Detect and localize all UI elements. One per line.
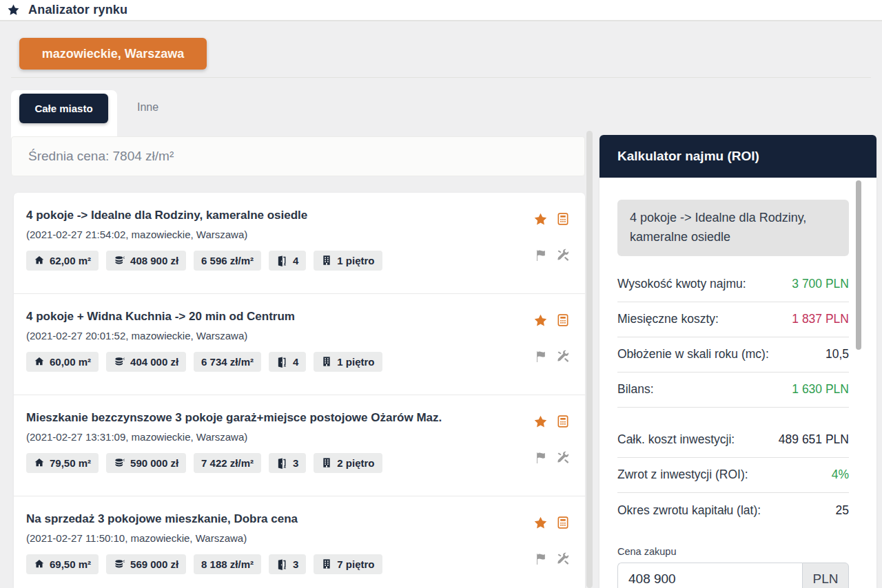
favorite-star-icon[interactable] bbox=[533, 313, 548, 328]
listing-actions bbox=[534, 313, 570, 364]
house-icon bbox=[34, 356, 45, 367]
price-per-m2-badge: 8 188 zł/m² bbox=[194, 554, 261, 574]
favorite-star-icon[interactable] bbox=[533, 414, 548, 429]
price-badge: 404 000 zł bbox=[106, 352, 186, 372]
listing-item[interactable]: Na sprzedaż 3 pokojowe mieszkanie, Dobra… bbox=[14, 496, 585, 588]
average-price-bar: Średnia cena: 7804 zł/m² bbox=[11, 136, 585, 176]
roi-row: Obłożenie w skali roku (mc): 10,5 bbox=[617, 337, 849, 372]
roi-row: Okres zwrotu kapitału (lat): 25 bbox=[617, 493, 849, 528]
calculator-icon[interactable] bbox=[556, 414, 570, 429]
floor-badge: 2 piętro bbox=[314, 453, 382, 473]
listing-meta: (2021-02-27 20:01:52, mazowieckie, Warsz… bbox=[26, 330, 523, 342]
roi-calculator-panel: Kalkulator najmu (ROI) 4 pokoje -> Ideal… bbox=[599, 135, 876, 588]
door-icon bbox=[276, 356, 288, 368]
flag-icon[interactable] bbox=[534, 451, 548, 465]
selected-listing-box: 4 pokoje -> Idealne dla Rodziny, kameral… bbox=[617, 200, 849, 256]
roi-row-value: 1 837 PLN bbox=[792, 312, 849, 326]
listing-actions bbox=[534, 212, 570, 262]
coins-icon bbox=[114, 558, 125, 570]
listing-badges: 62,00 m² 408 900 zł 6 596 zł/m² 4 1 pięt… bbox=[26, 251, 523, 271]
listing-item[interactable]: 4 pokoje -> Idealne dla Rodziny, kameral… bbox=[14, 193, 585, 294]
tab-other[interactable]: Inne bbox=[137, 101, 158, 114]
house-icon bbox=[34, 558, 45, 569]
roi-row-value: 3 700 PLN bbox=[792, 277, 849, 291]
building-icon bbox=[321, 457, 332, 468]
listing-title[interactable]: Mieszkanie bezczynszowe 3 pokoje garaż+m… bbox=[26, 410, 523, 426]
rooms-badge: 4 bbox=[269, 251, 306, 271]
brand-star-icon bbox=[7, 3, 20, 17]
listing-actions bbox=[534, 516, 570, 566]
app-title: Analizator rynku bbox=[28, 3, 127, 17]
house-icon bbox=[34, 255, 45, 266]
coins-icon bbox=[114, 457, 125, 469]
roi-row-value: 10,5 bbox=[825, 347, 849, 361]
flag-icon[interactable] bbox=[534, 552, 548, 566]
purchase-price-label: Cena zakupu bbox=[617, 546, 849, 557]
listing-actions bbox=[534, 414, 570, 465]
calculator-icon[interactable] bbox=[556, 516, 570, 530]
area-badge: 69,50 m² bbox=[26, 554, 99, 574]
house-icon bbox=[34, 457, 45, 468]
price-badge: 590 000 zł bbox=[106, 453, 186, 473]
door-icon bbox=[276, 558, 288, 570]
tools-icon[interactable] bbox=[556, 451, 570, 465]
roi-row-value: 489 651 PLN bbox=[779, 432, 849, 447]
roi-row: Całk. koszt inwestycji: 489 651 PLN bbox=[617, 423, 849, 458]
coins-icon bbox=[114, 356, 125, 368]
listing-meta: (2021-02-27 13:31:09, mazowieckie, Warsz… bbox=[26, 431, 523, 443]
roi-row: Miesięczne koszty: 1 837 PLN bbox=[617, 302, 849, 337]
flag-icon[interactable] bbox=[534, 249, 548, 262]
floor-badge: 1 piętro bbox=[314, 352, 382, 372]
rooms-badge: 4 bbox=[269, 352, 306, 372]
calculator-icon[interactable] bbox=[556, 212, 570, 227]
tools-icon[interactable] bbox=[556, 552, 570, 566]
price-per-m2-badge: 6 734 zł/m² bbox=[194, 352, 261, 372]
area-badge: 60,00 m² bbox=[26, 352, 99, 372]
rooms-badge: 3 bbox=[269, 453, 306, 473]
listing-badges: 60,00 m² 404 000 zł 6 734 zł/m² 4 1 pięt… bbox=[26, 352, 523, 372]
tab-whole-city[interactable]: Całe miasto bbox=[19, 94, 108, 123]
listing-meta: (2021-02-27 21:54:02, mazowieckie, Warsz… bbox=[26, 229, 523, 240]
listing-title[interactable]: Na sprzedaż 3 pokojowe mieszkanie, Dobra… bbox=[26, 512, 523, 527]
listing-item[interactable]: 4 pokoje + Widna Kuchnia -> 20 min od Ce… bbox=[14, 294, 585, 395]
building-icon bbox=[321, 356, 332, 367]
listing-badges: 69,50 m² 569 000 zł 8 188 zł/m² 3 7 pięt… bbox=[26, 554, 523, 574]
roi-row-value: 1 630 PLN bbox=[792, 382, 849, 397]
average-price-text: Średnia cena: 7804 zł/m² bbox=[28, 149, 174, 164]
floor-badge: 7 piętro bbox=[314, 554, 382, 574]
listing-title[interactable]: 4 pokoje -> Idealne dla Rodziny, kameral… bbox=[26, 208, 523, 224]
roi-row-value: 4% bbox=[832, 468, 849, 482]
rooms-badge: 3 bbox=[269, 554, 306, 574]
roi-panel-header: Kalkulator najmu (ROI) bbox=[599, 135, 876, 178]
listings-panel: 4 pokoje -> Idealne dla Rodziny, kameral… bbox=[14, 193, 585, 588]
section-divider bbox=[11, 77, 871, 78]
coins-icon bbox=[114, 255, 125, 266]
location-button[interactable]: mazowieckie, Warszawa bbox=[19, 38, 207, 70]
price-badge: 569 000 zł bbox=[106, 554, 186, 574]
price-badge: 408 900 zł bbox=[106, 251, 186, 271]
listing-item[interactable]: Mieszkanie bezczynszowe 3 pokoje garaż+m… bbox=[14, 395, 585, 496]
floor-badge: 1 piętro bbox=[314, 251, 382, 271]
roi-row: Bilans: 1 630 PLN bbox=[617, 372, 849, 408]
area-badge: 62,00 m² bbox=[26, 251, 99, 271]
favorite-star-icon[interactable] bbox=[533, 516, 548, 530]
calculator-icon[interactable] bbox=[556, 313, 570, 328]
app-window: Analizator rynku mazowieckie, Warszawa C… bbox=[0, 0, 882, 588]
listing-meta: (2021-02-27 11:50:10, mazowieckie, Warsz… bbox=[26, 532, 523, 544]
list-scrollbar[interactable] bbox=[586, 131, 593, 588]
listing-title[interactable]: 4 pokoje + Widna Kuchnia -> 20 min od Ce… bbox=[26, 309, 523, 325]
panel-scrollbar-thumb[interactable] bbox=[856, 180, 861, 350]
tools-icon[interactable] bbox=[556, 249, 570, 262]
purchase-price-input[interactable] bbox=[617, 563, 802, 588]
door-icon bbox=[276, 457, 288, 469]
flag-icon[interactable] bbox=[534, 350, 548, 364]
price-per-m2-badge: 7 422 zł/m² bbox=[194, 453, 261, 473]
favorite-star-icon[interactable] bbox=[533, 212, 548, 227]
tools-icon[interactable] bbox=[556, 350, 570, 364]
listing-badges: 79,50 m² 590 000 zł 7 422 zł/m² 3 2 pięt… bbox=[26, 453, 523, 473]
door-icon bbox=[276, 255, 288, 266]
roi-panel-title: Kalkulator najmu (ROI) bbox=[617, 149, 759, 164]
building-icon bbox=[321, 255, 332, 266]
roi-row-value: 25 bbox=[836, 503, 849, 518]
roi-row: Wysokość kwoty najmu: 3 700 PLN bbox=[617, 267, 849, 302]
